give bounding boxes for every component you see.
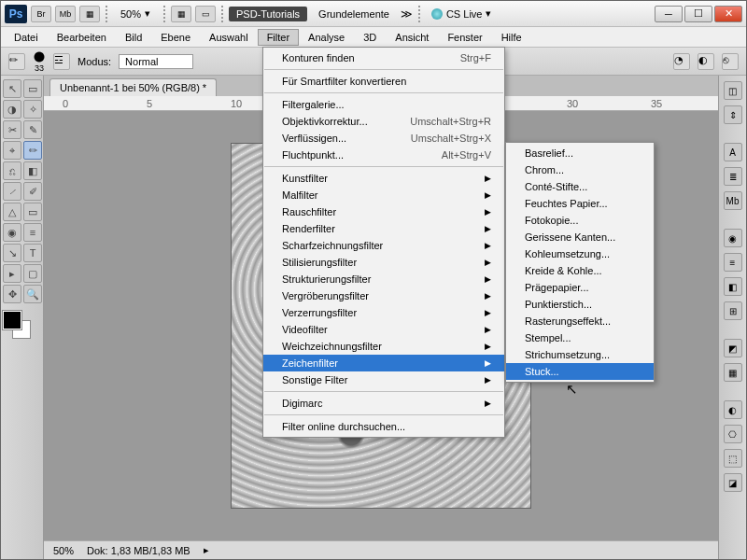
tool-17[interactable]: T: [23, 244, 42, 262]
filter-smart[interactable]: Für Smartfilter konvertieren: [263, 73, 504, 90]
filter-sub-8[interactable]: Verzerrungsfilter▶: [263, 304, 504, 321]
fg-color-swatch[interactable]: [3, 311, 21, 329]
menu-bearbeiten[interactable]: Bearbeiten: [48, 29, 116, 46]
maximize-button[interactable]: ☐: [684, 6, 712, 22]
panel-icon-14[interactable]: ◪: [724, 473, 742, 492]
panel-icon-7[interactable]: ◧: [724, 277, 742, 296]
filter-sub-10[interactable]: Weichzeichnungsfilter▶: [263, 338, 504, 355]
status-zoom[interactable]: 50%: [53, 545, 74, 556]
tool-16[interactable]: ↘: [3, 244, 21, 262]
zeichen-12[interactable]: Strichumsetzung...: [506, 346, 654, 363]
tool-15[interactable]: ≡: [23, 223, 42, 242]
tool-7[interactable]: ✏: [23, 141, 42, 160]
menu-auswahl[interactable]: Auswahl: [200, 29, 258, 46]
filter-online[interactable]: Filter online durchsuchen...: [263, 418, 504, 435]
opt-extra3-icon[interactable]: ⎋: [722, 53, 739, 70]
screen-mode-button[interactable]: ▭: [195, 6, 216, 22]
panel-icon-5[interactable]: ◉: [724, 229, 742, 247]
panel-icon-8[interactable]: ⊞: [724, 301, 742, 320]
blend-mode-select[interactable]: Normal: [119, 54, 193, 69]
menu-hilfe[interactable]: Hilfe: [492, 29, 531, 46]
panel-icon-13[interactable]: ⬚: [724, 449, 742, 468]
filter-digimarc[interactable]: Digimarc▶: [263, 395, 504, 412]
filter-sub-2[interactable]: Rauschfilter▶: [263, 203, 504, 220]
filter-sub-3[interactable]: Renderfilter▶: [263, 220, 504, 237]
zeichen-8[interactable]: Prägepapier...: [506, 279, 654, 296]
menu-fenster[interactable]: Fenster: [438, 29, 491, 46]
tool-9[interactable]: ◧: [23, 161, 42, 180]
panel-icon-0[interactable]: ◫: [724, 81, 742, 100]
panel-icon-10[interactable]: ▦: [724, 363, 742, 382]
tool-20[interactable]: ✥: [3, 285, 21, 303]
tool-8[interactable]: ⎌: [3, 161, 21, 180]
tool-10[interactable]: ⟋: [3, 182, 21, 201]
menu-analyse[interactable]: Analyse: [299, 29, 354, 46]
zeichen-6[interactable]: Kohleumsetzung...: [506, 245, 654, 262]
filter-sub-0[interactable]: Kunstfilter▶: [263, 170, 504, 187]
filter-sub-9[interactable]: Videofilter▶: [263, 321, 504, 338]
filter-sub-7[interactable]: Vergröberungsfilter▶: [263, 287, 504, 304]
zeichen-13[interactable]: Stuck...: [506, 363, 654, 380]
view-extras-button[interactable]: ▦: [171, 6, 191, 22]
tool-6[interactable]: ⌖: [3, 141, 21, 160]
workspace-grundelemente[interactable]: Grundelemente: [311, 8, 397, 20]
panel-icon-9[interactable]: ◩: [724, 339, 742, 357]
zeichen-10[interactable]: Rasterungseffekt...: [506, 313, 654, 329]
bridge-button[interactable]: Br: [31, 6, 51, 22]
tool-18[interactable]: ▸: [3, 264, 21, 283]
tool-3[interactable]: ✧: [23, 100, 42, 119]
menu-datei[interactable]: Datei: [5, 29, 48, 46]
tool-preset-icon[interactable]: ✏: [8, 53, 25, 70]
panel-icon-4[interactable]: Mb: [724, 191, 742, 210]
cs-live-button[interactable]: CS Live▾: [426, 7, 498, 20]
filter-sub-4[interactable]: Scharfzeichnungsfilter▶: [263, 237, 504, 254]
brush-panel-icon[interactable]: ☲: [53, 53, 70, 70]
tool-13[interactable]: ▭: [23, 203, 42, 221]
panel-icon-2[interactable]: A: [724, 143, 742, 161]
zeichen-9[interactable]: Punktierstich...: [506, 296, 654, 313]
filter-g1-0[interactable]: Filtergalerie...: [263, 96, 504, 113]
tool-0[interactable]: ↖: [3, 79, 21, 98]
zeichen-7[interactable]: Kreide & Kohle...: [506, 262, 654, 279]
zeichen-5[interactable]: Gerissene Kanten...: [506, 229, 654, 245]
panel-icon-6[interactable]: ≡: [724, 253, 742, 272]
tool-4[interactable]: ✂: [3, 120, 21, 139]
tool-2[interactable]: ◑: [3, 100, 21, 119]
zeichen-2[interactable]: Conté-Stifte...: [506, 178, 654, 195]
tool-21[interactable]: 🔍: [23, 285, 42, 303]
workspace-psd-tutorials[interactable]: PSD-Tutorials: [229, 7, 307, 21]
tool-14[interactable]: ◉: [3, 223, 21, 242]
zeichen-11[interactable]: Stempel...: [506, 329, 654, 346]
zoom-display[interactable]: 50%▾: [113, 7, 158, 20]
workspace-more-icon[interactable]: ≫: [401, 7, 413, 21]
panel-icon-11[interactable]: ◐: [724, 400, 742, 419]
tool-11[interactable]: ✐: [23, 182, 42, 201]
zeichen-4[interactable]: Fotokopie...: [506, 212, 654, 229]
zeichen-0[interactable]: Basrelief...: [506, 145, 654, 161]
menu-filter[interactable]: Filter: [258, 29, 299, 46]
zeichen-1[interactable]: Chrom...: [506, 161, 654, 178]
minimize-button[interactable]: ─: [655, 6, 683, 22]
filter-sub-1[interactable]: Malfilter▶: [263, 187, 504, 203]
filter-sub-5[interactable]: Stilisierungsfilter▶: [263, 254, 504, 271]
tool-12[interactable]: △: [3, 203, 21, 221]
document-tab[interactable]: Unbenannt-1 bei 50% (RGB/8) *: [49, 78, 217, 96]
tool-5[interactable]: ✎: [23, 120, 42, 139]
filter-g1-3[interactable]: Fluchtpunkt...Alt+Strg+V: [263, 147, 504, 163]
filter-g1-2[interactable]: Verflüssigen...Umschalt+Strg+X: [263, 130, 504, 147]
tool-1[interactable]: ▭: [23, 79, 42, 98]
opt-extra-icon[interactable]: ◔: [673, 53, 690, 70]
menu-3d[interactable]: 3D: [354, 29, 386, 46]
brush-preview-icon[interactable]: [33, 50, 46, 63]
filter-sub-6[interactable]: Strukturierungsfilter▶: [263, 271, 504, 287]
panel-icon-3[interactable]: ≣: [724, 167, 742, 186]
filter-last[interactable]: Konturen findenStrg+F: [263, 49, 504, 66]
zeichen-3[interactable]: Feuchtes Papier...: [506, 195, 654, 212]
filter-sub-12[interactable]: Sonstige Filter▶: [263, 371, 504, 388]
close-button[interactable]: ✕: [714, 6, 742, 22]
panel-icon-1[interactable]: ⇕: [724, 105, 742, 124]
layout-button[interactable]: ▦: [79, 6, 100, 22]
tool-19[interactable]: ▢: [23, 264, 42, 283]
menu-ebene[interactable]: Ebene: [151, 29, 200, 46]
filter-sub-11[interactable]: Zeichenfilter▶: [263, 355, 504, 371]
